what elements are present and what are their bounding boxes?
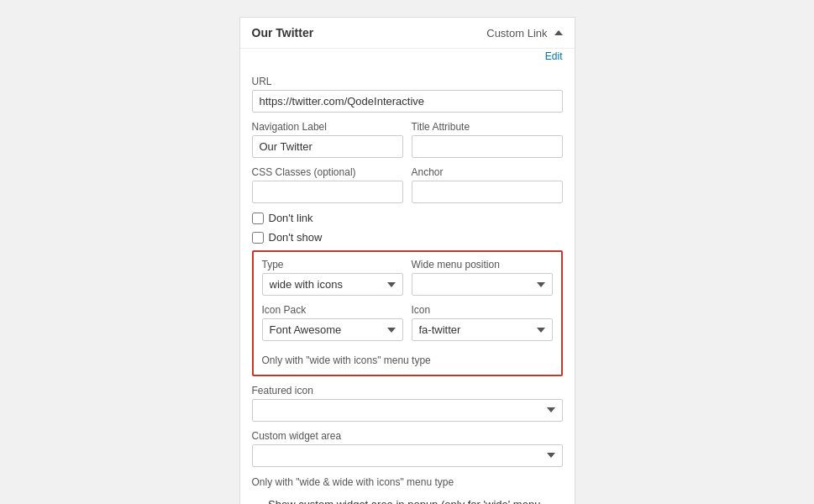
- url-label: URL: [252, 76, 563, 87]
- wide-menu-position-field-group: Wide menu position: [412, 259, 553, 296]
- nav-label-input[interactable]: [252, 135, 403, 158]
- css-anchor-row: CSS Classes (optional) Anchor: [252, 166, 563, 212]
- menu-item-panel: Our Twitter Custom Link Edit URL Navigat…: [239, 17, 575, 504]
- icon-label: Icon: [412, 304, 553, 316]
- type-position-row: Type wide with icons wide default full-w…: [262, 259, 553, 304]
- custom-widget-helper-text: Only with "wide & wide with icons" menu …: [252, 475, 563, 490]
- type-label: Type: [262, 259, 403, 270]
- custom-widget-area-section: Custom widget area: [252, 430, 563, 467]
- css-classes-input[interactable]: [252, 181, 403, 203]
- show-popup-group: Show custom widget area in popup (only f…: [252, 498, 563, 504]
- show-popup-label: Show custom widget area in popup (only f…: [268, 498, 563, 504]
- panel-body: URL Navigation Label Title Attribute CSS…: [240, 66, 575, 504]
- type-select[interactable]: wide with icons wide default full-width: [262, 273, 403, 296]
- title-attr-label: Title Attribute: [412, 121, 563, 133]
- edit-row: Edit: [240, 49, 575, 66]
- collapse-icon[interactable]: [554, 30, 563, 35]
- icon-select[interactable]: fa-twitter fa-facebook fa-instagram fa-l…: [412, 318, 553, 341]
- icon-pack-field-group: Icon Pack Font Awesome Ionicons Linea Ic…: [262, 304, 403, 341]
- panel-title: Our Twitter: [252, 26, 314, 39]
- url-input[interactable]: [252, 90, 563, 113]
- type-field-group: Type wide with icons wide default full-w…: [262, 259, 403, 296]
- icon-helper-text: Only with "wide with icons" menu type: [262, 354, 553, 368]
- icon-pack-icon-row: Icon Pack Font Awesome Ionicons Linea Ic…: [262, 304, 553, 349]
- dont-link-group: Don't link: [252, 212, 563, 224]
- dont-show-label: Don't show: [269, 231, 323, 244]
- anchor-label: Anchor: [412, 166, 563, 178]
- panel-header-right: Custom Link: [486, 27, 562, 39]
- icon-pack-label: Icon Pack: [262, 304, 403, 316]
- custom-link-label: Custom Link: [486, 27, 547, 39]
- wide-menu-position-select[interactable]: [412, 273, 553, 296]
- nav-label-field-group: Navigation Label: [252, 121, 403, 158]
- anchor-input[interactable]: [412, 181, 563, 203]
- nav-label-label: Navigation Label: [252, 121, 403, 133]
- panel-header: Our Twitter Custom Link: [240, 18, 575, 49]
- custom-widget-area-label: Custom widget area: [252, 430, 563, 442]
- featured-icon-section: Featured icon: [252, 385, 563, 422]
- icon-field-group: Icon fa-twitter fa-facebook fa-instagram…: [412, 304, 553, 341]
- css-classes-label: CSS Classes (optional): [252, 166, 403, 178]
- title-attr-field-group: Title Attribute: [412, 121, 563, 158]
- css-classes-field-group: CSS Classes (optional): [252, 166, 403, 203]
- nav-title-row: Navigation Label Title Attribute: [252, 121, 563, 166]
- dont-link-checkbox[interactable]: [252, 213, 264, 224]
- icon-pack-select[interactable]: Font Awesome Ionicons Linea Icons: [262, 318, 403, 341]
- anchor-field-group: Anchor: [412, 166, 563, 203]
- edit-link[interactable]: Edit: [545, 50, 563, 62]
- url-field-group: URL: [252, 76, 563, 113]
- custom-widget-area-select[interactable]: [252, 444, 563, 467]
- dont-show-checkbox[interactable]: [252, 232, 264, 244]
- featured-icon-select[interactable]: [252, 399, 563, 422]
- dont-link-label: Don't link: [269, 212, 313, 224]
- type-section: Type wide with icons wide default full-w…: [252, 250, 563, 376]
- featured-icon-label: Featured icon: [252, 385, 563, 396]
- dont-show-group: Don't show: [252, 231, 563, 244]
- wide-menu-position-label: Wide menu position: [412, 259, 553, 270]
- title-attr-input[interactable]: [412, 135, 563, 158]
